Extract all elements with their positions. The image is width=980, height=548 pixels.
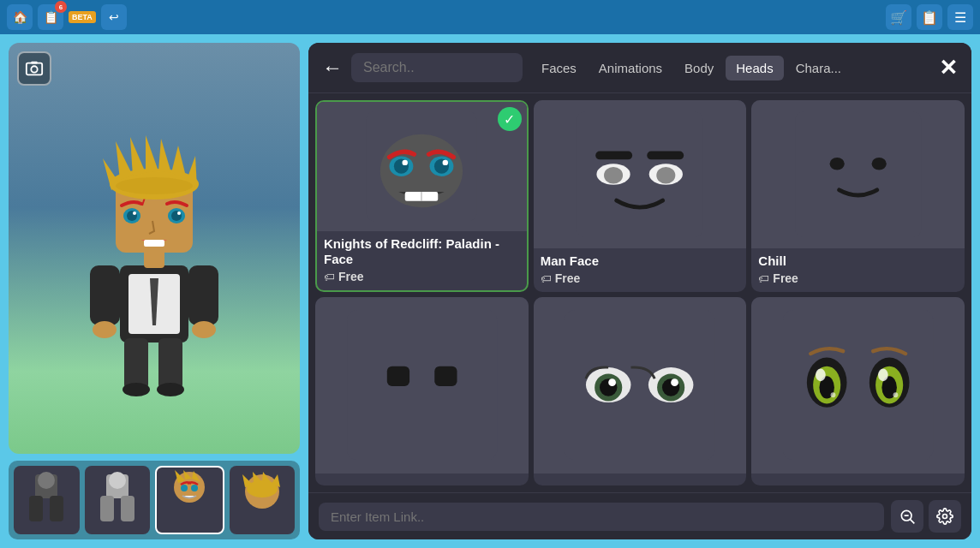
svg-point-21 xyxy=(177,211,181,215)
notification-badge: 6 xyxy=(55,1,67,13)
item-price-2: 🏷 Free xyxy=(541,271,740,285)
cart-icon[interactable]: 🛒 xyxy=(886,4,911,30)
svg-point-60 xyxy=(443,160,448,165)
item-card-1[interactable]: ✓ Knights of Redcliff: Paladin - Face 🏷 … xyxy=(315,100,529,292)
svg-rect-65 xyxy=(648,152,684,160)
tab-faces[interactable]: Faces xyxy=(531,56,587,80)
outfit-thumb-3[interactable] xyxy=(155,466,224,534)
svg-rect-64 xyxy=(596,152,633,160)
character-figure xyxy=(60,94,248,402)
svg-line-97 xyxy=(910,519,914,523)
item-info-2: Man Face 🏷 Free xyxy=(534,248,747,292)
svg-point-42 xyxy=(181,485,188,491)
price-text-2: Free xyxy=(555,271,581,285)
topbar-right: 🛒 📋 ☰ xyxy=(886,4,973,30)
svg-rect-63 xyxy=(577,111,702,237)
svg-point-69 xyxy=(657,167,676,184)
svg-point-40 xyxy=(109,472,126,489)
item-info-4 xyxy=(315,474,529,485)
character-preview xyxy=(9,43,300,454)
svg-point-13 xyxy=(157,383,184,396)
left-panel xyxy=(9,43,300,539)
beta-badge: BETA xyxy=(69,11,96,23)
svg-rect-6 xyxy=(90,265,120,325)
svg-point-8 xyxy=(93,321,117,338)
outfit-thumb-2[interactable] xyxy=(85,466,151,534)
item-card-6[interactable] xyxy=(751,297,965,485)
topbar: 🏠 📋 6 BETA ↩ 🛒 📋 ☰ xyxy=(0,0,980,34)
bottom-right-icons xyxy=(891,500,961,533)
svg-rect-11 xyxy=(158,338,182,390)
svg-rect-73 xyxy=(347,310,497,460)
svg-rect-85 xyxy=(783,310,933,460)
item-price-1: 🏷 Free xyxy=(324,270,520,283)
svg-rect-75 xyxy=(434,366,457,386)
item-name-2: Man Face xyxy=(541,253,740,269)
svg-rect-34 xyxy=(29,496,43,521)
item-info-3: Chill 🏷 Free xyxy=(751,248,965,292)
item-thumb-3 xyxy=(751,100,965,248)
svg-point-12 xyxy=(122,383,150,396)
menu-icon[interactable]: ☰ xyxy=(947,4,973,30)
main-area: ← Faces Animations Body Heads Chara... ✕ xyxy=(0,34,980,548)
svg-point-59 xyxy=(403,160,408,165)
item-card-5[interactable] xyxy=(534,297,747,485)
svg-point-84 xyxy=(671,379,678,387)
zoom-button[interactable] xyxy=(891,500,923,533)
notifications-icon[interactable]: 📋 6 xyxy=(38,4,63,30)
svg-marker-29 xyxy=(158,139,171,173)
shop-tabs: Faces Animations Body Heads Chara... xyxy=(531,56,923,80)
outfit-thumbnails xyxy=(9,461,300,539)
item-info-6 xyxy=(751,474,965,485)
item-card-3[interactable]: Chill 🏷 Free xyxy=(751,100,965,292)
bottom-bar xyxy=(308,492,971,539)
item-card-4[interactable] xyxy=(315,297,529,485)
tab-heads[interactable]: Heads xyxy=(726,56,783,80)
item-card-2[interactable]: Man Face 🏷 Free xyxy=(534,100,747,292)
svg-marker-28 xyxy=(146,135,158,173)
svg-rect-2 xyxy=(31,62,37,64)
item-thumb-2 xyxy=(534,100,747,248)
svg-point-83 xyxy=(609,379,617,387)
clipboard-icon[interactable]: 📋 xyxy=(917,4,942,30)
svg-rect-7 xyxy=(188,265,218,325)
item-thumb-1: ✓ xyxy=(317,102,527,231)
price-text-1: Free xyxy=(338,270,364,283)
svg-rect-10 xyxy=(124,338,148,390)
settings-button[interactable] xyxy=(929,500,961,533)
price-tag-icon-1: 🏷 xyxy=(324,271,335,283)
outfit-thumb-4[interactable] xyxy=(230,466,296,534)
outfit-thumb-1[interactable] xyxy=(14,466,80,534)
selected-check: ✓ xyxy=(498,107,522,131)
tab-characters[interactable]: Chara... xyxy=(786,56,852,80)
item-thumb-6 xyxy=(751,297,965,474)
item-link-input[interactable] xyxy=(319,503,884,531)
item-name-1: Knights of Redcliff: Paladin - Face xyxy=(324,236,520,267)
svg-point-68 xyxy=(604,167,623,184)
item-name-3: Chill xyxy=(758,253,958,269)
svg-rect-74 xyxy=(386,366,409,386)
search-input[interactable] xyxy=(351,53,523,82)
tab-body[interactable]: Body xyxy=(674,56,724,80)
svg-point-36 xyxy=(38,472,55,489)
item-info-1: Knights of Redcliff: Paladin - Face 🏷 Fr… xyxy=(317,231,527,290)
home-icon[interactable]: 🏠 xyxy=(7,4,33,30)
back-button[interactable]: ← xyxy=(322,56,343,80)
svg-point-20 xyxy=(133,211,136,215)
svg-rect-38 xyxy=(100,496,114,521)
svg-point-71 xyxy=(830,158,845,170)
tab-animations[interactable]: Animations xyxy=(589,56,672,80)
svg-rect-22 xyxy=(144,240,164,247)
close-button[interactable]: ✕ xyxy=(939,55,958,81)
svg-point-92 xyxy=(816,369,826,382)
svg-point-43 xyxy=(191,485,198,491)
svg-point-1 xyxy=(31,66,37,72)
svg-rect-39 xyxy=(121,496,134,521)
svg-rect-35 xyxy=(50,496,63,521)
svg-point-99 xyxy=(943,515,947,519)
item-info-5 xyxy=(534,474,747,485)
shop-panel: ← Faces Animations Body Heads Chara... ✕ xyxy=(308,43,971,539)
svg-marker-26 xyxy=(116,141,133,180)
camera-icon[interactable] xyxy=(17,51,51,86)
history-icon[interactable]: ↩ xyxy=(101,4,127,30)
